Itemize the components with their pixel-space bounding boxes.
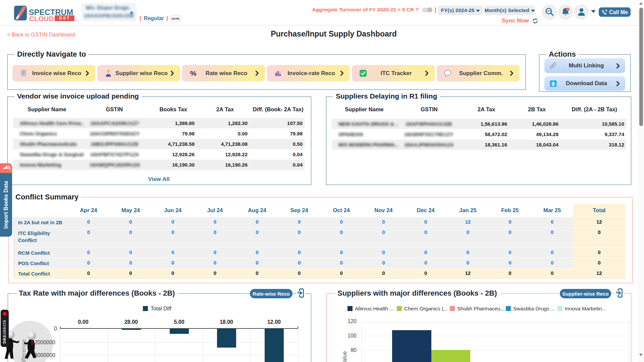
svg-text:GSTIN: GSTIN [546, 10, 551, 12]
